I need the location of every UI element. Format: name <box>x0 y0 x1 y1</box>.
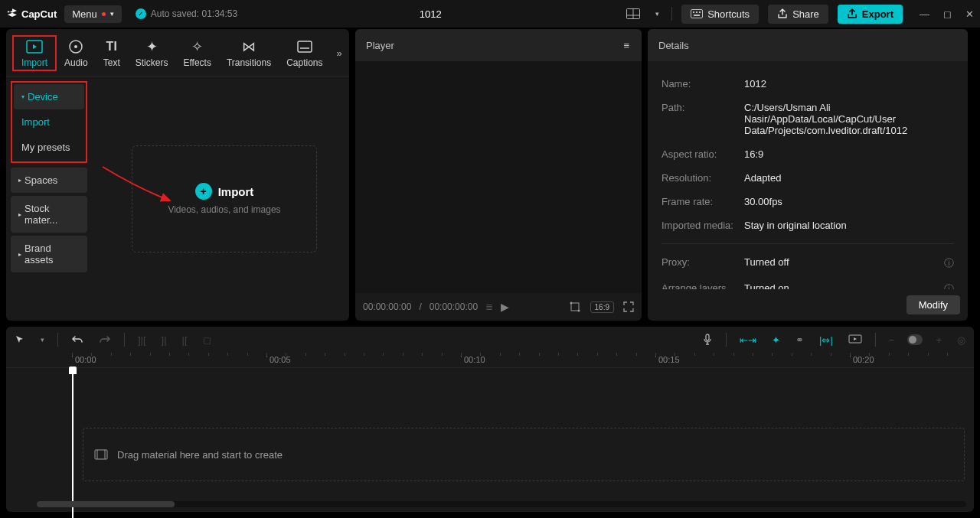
tab-text-label: Text <box>103 57 120 68</box>
titlebar-right: ▾ Shortcuts Share Export — ◻ ✕ <box>623 5 974 24</box>
ruler-minor-tick <box>655 353 656 356</box>
aspect-ratio-badge[interactable]: 16:9 <box>590 301 614 313</box>
timeline-scrollbar[interactable] <box>37 501 966 507</box>
chevron-down-icon: ▾ <box>110 10 114 18</box>
tab-audio[interactable]: Audio <box>57 37 96 70</box>
timeline-body[interactable]: Drag material here and start to create <box>6 368 974 501</box>
player-viewport[interactable] <box>355 61 642 293</box>
ruler-minor-tick <box>208 353 209 356</box>
menu-button[interactable]: Menu ▾ <box>64 5 122 23</box>
detail-row-proxy: Proxy:Turned offⓘ <box>662 243 954 276</box>
sidebar-item-import[interactable]: Import <box>14 109 84 135</box>
detail-row-layers: Arrange layersTurned onⓘ <box>662 276 954 289</box>
tab-text[interactable]: TI Text <box>96 37 128 70</box>
detail-label: Path: <box>662 102 744 136</box>
zoom-out-icon[interactable]: − <box>887 332 897 348</box>
info-icon[interactable]: ⓘ <box>944 282 954 289</box>
zoom-in-icon[interactable]: + <box>933 332 944 348</box>
film-icon <box>94 449 108 460</box>
effects-icon: ✧ <box>189 38 206 55</box>
autosave-label: Auto saved: 01:34:53 <box>151 8 237 19</box>
ruler-minor-tick <box>539 353 540 356</box>
more-tabs-button[interactable]: » <box>331 47 348 59</box>
timeline-ruler[interactable]: 00:00 00:05 00:10 00:15 00:20 <box>6 353 974 368</box>
sidebar-item-stock[interactable]: ▸Stock mater... <box>11 196 87 233</box>
autosave-status: ✓ Auto saved: 01:34:53 <box>136 8 237 19</box>
ruler-minor-tick <box>383 353 384 356</box>
svg-rect-3 <box>691 10 703 18</box>
detail-label: Aspect ratio: <box>662 148 744 160</box>
sidebar-item-spaces[interactable]: ▸Spaces <box>11 168 87 193</box>
detail-value: Adapted <box>744 172 954 184</box>
crop-icon[interactable] <box>569 301 581 313</box>
player-panel: Player ≡ 00:00:00:00 / 00:00:00:00 ≣ ▶ 1… <box>355 29 642 321</box>
align-icon[interactable]: |⇔| <box>817 332 835 348</box>
svg-rect-18 <box>95 450 107 459</box>
export-button[interactable]: Export <box>838 5 903 24</box>
tab-import[interactable]: Import <box>12 35 57 71</box>
main-area: Import Audio TI Text ✦ Stickers ✧ Effect… <box>0 29 980 321</box>
sidebar-item-label: Spaces <box>24 174 57 186</box>
magnet-left-icon[interactable]: ⇤⇥ <box>737 332 759 348</box>
sidebar-item-device[interactable]: ▾Device <box>14 84 84 109</box>
link-icon[interactable]: ⚭ <box>793 332 806 348</box>
detail-value: 1012 <box>744 78 954 90</box>
ruler-label: 00:20 <box>853 355 874 364</box>
play-button[interactable]: ▶ <box>501 301 509 313</box>
ruler-minor-tick <box>91 353 92 356</box>
titlebar: CapCut Menu ▾ ✓ Auto saved: 01:34:53 101… <box>0 0 980 28</box>
playhead[interactable] <box>72 368 74 518</box>
ruler-minor-tick <box>422 353 423 356</box>
shortcuts-button[interactable]: Shortcuts <box>681 5 759 24</box>
import-drop-area[interactable]: + Import Videos, audios, and images <box>132 145 317 252</box>
ruler-minor-tick <box>364 353 364 356</box>
tab-effects[interactable]: ✧ Effects <box>175 37 218 70</box>
svg-rect-7 <box>694 15 700 16</box>
sidebar-item-presets[interactable]: My presets <box>14 135 84 160</box>
sidebar-item-brand[interactable]: ▸Brand assets <box>11 236 87 272</box>
tab-stickers[interactable]: ✦ Stickers <box>128 37 176 70</box>
zoom-fit-icon[interactable]: ◎ <box>955 332 968 348</box>
fullscreen-icon[interactable] <box>623 301 634 312</box>
asset-tabs: Import Audio TI Text ✦ Stickers ✧ Effect… <box>6 29 349 77</box>
ruler-minor-tick <box>286 353 286 356</box>
chevron-right-icon: ▸ <box>18 251 21 258</box>
app-name: CapCut <box>21 8 57 20</box>
player-menu-icon[interactable]: ≡ <box>623 40 631 51</box>
check-circle-icon: ✓ <box>136 8 146 19</box>
timeline-drop-hint[interactable]: Drag material here and start to create <box>83 428 965 481</box>
split-left-tool[interactable]: ]| <box>159 332 169 348</box>
ruler-minor-tick <box>714 353 714 356</box>
snap-icon[interactable]: ✦ <box>769 332 782 348</box>
select-tool[interactable] <box>12 332 28 347</box>
plus-circle-icon: + <box>195 183 212 200</box>
layout-icon[interactable] <box>623 5 643 22</box>
undo-button[interactable] <box>69 332 86 347</box>
split-tool[interactable]: ]|[ <box>136 332 149 348</box>
redo-button[interactable] <box>96 332 113 347</box>
maximize-button[interactable]: ◻ <box>943 8 952 20</box>
minimize-button[interactable]: — <box>920 8 929 20</box>
crop-tool[interactable]: ◻ <box>201 332 214 348</box>
zoom-slider[interactable] <box>907 334 923 345</box>
sidebar-item-label: My presets <box>21 142 70 153</box>
detail-label: Resolution: <box>662 172 744 184</box>
close-button[interactable]: ✕ <box>965 8 974 20</box>
mic-icon[interactable] <box>700 331 715 348</box>
split-right-tool[interactable]: |[ <box>180 332 190 348</box>
modify-button[interactable]: Modify <box>906 295 960 314</box>
tab-captions[interactable]: Captions <box>279 37 330 70</box>
sidebar-item-label: Stock mater... <box>24 203 80 226</box>
info-icon[interactable]: ⓘ <box>944 256 954 270</box>
tab-transitions[interactable]: ⋈ Transitions <box>219 37 279 70</box>
detail-value: Turned off <box>744 256 944 270</box>
layout-chevron-down-icon[interactable]: ▾ <box>652 7 662 21</box>
player-settings-icon[interactable]: ≣ <box>485 301 493 312</box>
share-button[interactable]: Share <box>768 5 828 24</box>
ruler-minor-tick <box>130 353 131 356</box>
select-caret-icon[interactable]: ▾ <box>38 334 47 346</box>
ruler-minor-tick <box>169 353 170 356</box>
detail-label: Name: <box>662 78 744 90</box>
audio-icon <box>67 38 84 55</box>
preview-icon[interactable] <box>846 332 864 347</box>
